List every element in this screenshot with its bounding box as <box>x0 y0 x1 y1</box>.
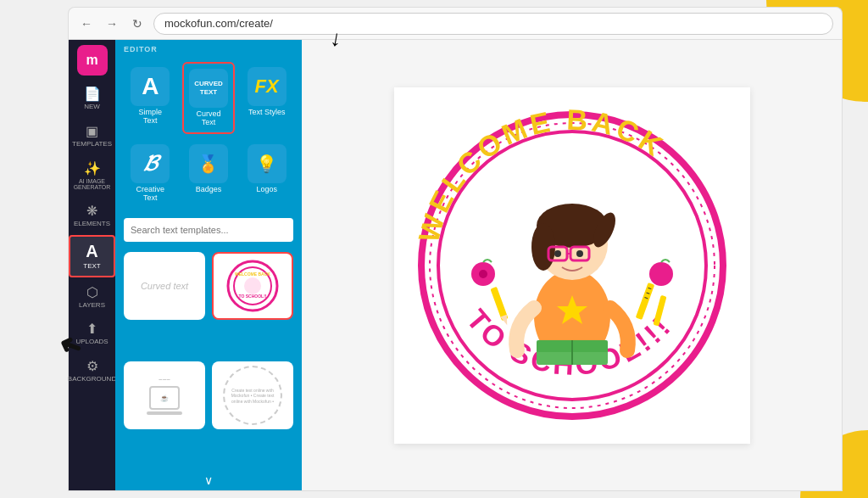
badges-icon: 🏅 <box>189 144 228 183</box>
elements-icon: ❋ <box>86 203 97 219</box>
curved-text-preview: Curved text <box>141 281 188 291</box>
background-icon: ⚙ <box>86 358 98 374</box>
search-bar-container <box>115 213 302 247</box>
wide-panel: EDITOR A SimpleText CURVEDTEXT CurvedTex… <box>115 40 302 490</box>
svg-point-4 <box>244 277 261 294</box>
badges-label: Badges <box>196 186 222 194</box>
browser-chrome: ← → ↻ <box>68 7 843 39</box>
sidebar-item-templates[interactable]: ▣ TEMPLATES <box>69 118 115 154</box>
template-grid: Curved text WELCOME BACK TO SCHOOL!! <box>115 247 302 470</box>
curved-text-tool[interactable]: CURVEDTEXT CurvedText <box>182 62 236 134</box>
simple-text-icon: A <box>131 67 170 106</box>
forward-button[interactable]: → <box>103 14 121 33</box>
text-tools-row2: 𝓑 CreativeText 🏅 Badges 💡 Logos <box>115 139 302 213</box>
text-icon: A <box>86 242 97 261</box>
design-canvas: WELCOME BACK TO SCHOOL!!! <box>394 87 750 444</box>
sidebar-label-background: BACKGROUND <box>68 376 116 383</box>
creative-text-tool[interactable]: 𝓑 CreativeText <box>124 139 177 208</box>
svg-point-19 <box>576 250 583 257</box>
refresh-button[interactable]: ↻ <box>128 14 147 33</box>
circular-text-template[interactable]: Create text online with Mockofun • Creat… <box>212 361 293 429</box>
main-content: m 📄 NEW ▣ TEMPLATES ✨ AI IMAGE GENERATOR… <box>68 39 843 491</box>
panel-header: EDITOR <box>115 40 302 57</box>
sidebar-label-text: TEXT <box>83 263 100 271</box>
sidebar-label-new: NEW <box>84 104 100 111</box>
coffee-preview: ~~~ ☕ <box>147 376 182 415</box>
coffee-template[interactable]: ~~~ ☕ <box>124 361 205 429</box>
sidebar-item-layers[interactable]: ⬡ LAYERS <box>69 279 115 315</box>
text-tools-grid: A SimpleText CURVEDTEXT CurvedText FX Te… <box>115 57 302 139</box>
sidebar-label-templates: TEMPLATES <box>72 141 112 148</box>
search-input[interactable] <box>124 218 293 242</box>
simple-text-label: SimpleText <box>139 109 163 126</box>
badge-template[interactable]: WELCOME BACK TO SCHOOL!! <box>212 252 293 320</box>
curved-text-template[interactable]: Curved text <box>124 252 205 320</box>
simple-text-tool[interactable]: A SimpleText <box>124 62 177 134</box>
circular-text-preview: Create text online with Mockofun • Creat… <box>223 366 282 425</box>
text-styles-icon: FX <box>248 67 287 106</box>
sidebar-label-ai: AI IMAGE GENERATOR <box>74 178 111 191</box>
creative-text-label: CreativeText <box>136 186 165 203</box>
svg-point-25 <box>479 270 487 278</box>
logos-label: Logos <box>256 186 277 194</box>
creative-text-icon: 𝓑 <box>131 144 170 183</box>
scroll-down-indicator[interactable]: ∨ <box>115 470 302 490</box>
stamp-svg: WELCOME BACK TO SCHOOL!!! <box>411 104 733 427</box>
sidebar-item-elements[interactable]: ❋ ELEMENTS <box>69 198 115 233</box>
logos-icon: 💡 <box>248 144 287 183</box>
layers-icon: ⬡ <box>86 284 98 300</box>
curved-text-label: CurvedText <box>196 110 220 127</box>
uploads-icon: ⬆ <box>86 321 97 337</box>
canvas-area[interactable]: WELCOME BACK TO SCHOOL!!! <box>302 40 842 490</box>
sidebar-label-elements: ELEMENTS <box>74 221 110 228</box>
back-button[interactable]: ← <box>77 14 96 33</box>
address-bar[interactable] <box>153 13 833 35</box>
new-icon: 📄 <box>84 86 101 102</box>
svg-text:WELCOME BACK: WELCOME BACK <box>235 271 270 277</box>
templates-icon: ▣ <box>86 123 98 139</box>
text-styles-tool[interactable]: FX Text Styles <box>240 62 293 134</box>
sidebar-label-layers: LAYERS <box>79 302 105 310</box>
svg-point-18 <box>554 250 561 257</box>
ai-image-icon: ✨ <box>84 160 101 176</box>
sidebar-item-new[interactable]: 📄 NEW <box>69 81 115 116</box>
curved-text-icon: CURVEDTEXT <box>189 69 228 108</box>
logos-tool[interactable]: 💡 Logos <box>240 139 293 208</box>
svg-point-28 <box>649 262 673 286</box>
sidebar-item-text[interactable]: A TEXT <box>69 235 115 277</box>
sidebar-narrow: m 📄 NEW ▣ TEMPLATES ✨ AI IMAGE GENERATOR… <box>69 40 115 490</box>
sidebar-logo[interactable]: m <box>77 45 108 76</box>
sidebar-item-ai-image[interactable]: ✨ AI IMAGE GENERATOR <box>69 155 115 196</box>
badge-preview: WELCOME BACK TO SCHOOL!! <box>225 259 280 313</box>
badges-tool[interactable]: 🏅 Badges <box>182 139 236 208</box>
text-styles-label: Text Styles <box>248 109 286 117</box>
